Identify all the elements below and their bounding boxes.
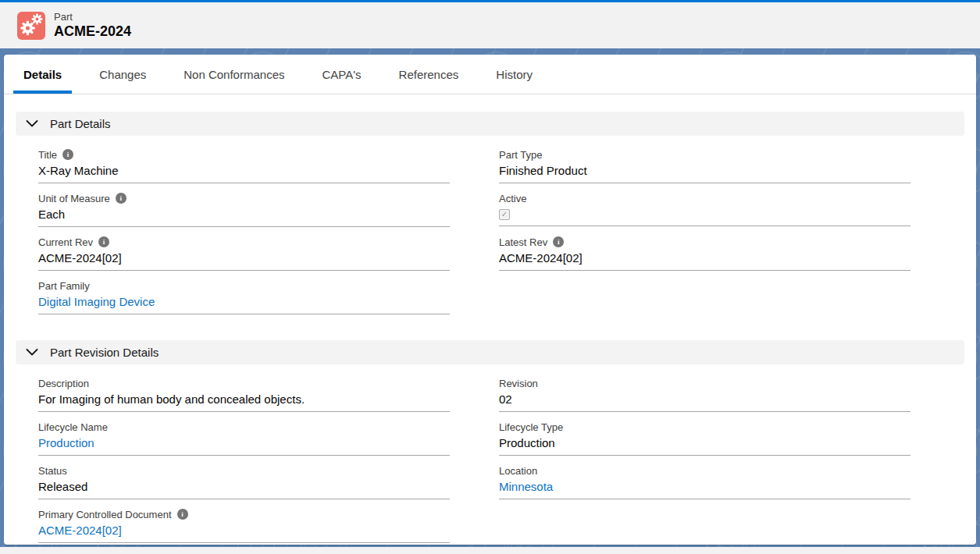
field-unit-of-measure: Unit of Measure i Each xyxy=(38,192,450,227)
field-location: Location Minnesota xyxy=(499,464,911,499)
section-header-part-revision-details[interactable]: Part Revision Details xyxy=(16,340,964,364)
lifecycle-name-link[interactable]: Production xyxy=(38,433,450,456)
info-icon[interactable]: i xyxy=(98,236,109,247)
part-revision-details-fields: Description For Imaging of human body an… xyxy=(4,364,976,545)
chevron-down-icon xyxy=(26,349,38,356)
field-value: Released xyxy=(38,477,450,499)
field-value: For Imaging of human body and concealed … xyxy=(38,389,450,412)
info-icon[interactable]: i xyxy=(177,509,188,520)
section-title: Part Revision Details xyxy=(50,346,159,359)
page-title: ACME-2024 xyxy=(54,23,131,41)
part-details-fields: Title i X-Ray Machine Part Type Finished… xyxy=(4,136,976,323)
field-label: Primary Controlled Document xyxy=(38,509,172,520)
field-label: Lifecycle Type xyxy=(499,421,563,433)
field-label: Location xyxy=(499,465,537,477)
record-header: Part ACME-2024 xyxy=(0,2,980,48)
chevron-down-icon xyxy=(26,120,38,127)
field-primary-controlled-document: Primary Controlled Document i ACME-2024[… xyxy=(38,508,450,543)
content-background: Details Changes Non Conformances CAPA's … xyxy=(0,48,980,547)
gears-icon xyxy=(17,10,45,41)
field-lifecycle-type: Lifecycle Type Production xyxy=(499,421,911,456)
tab-details[interactable]: Details xyxy=(13,55,72,94)
field-label: Current Rev xyxy=(38,236,93,248)
section-title: Part Details xyxy=(50,117,111,130)
field-label: Part Type xyxy=(499,149,542,161)
record-detail-card: Details Changes Non Conformances CAPA's … xyxy=(4,55,976,545)
section-header-part-details[interactable]: Part Details xyxy=(16,112,964,136)
field-part-type: Part Type Finished Product xyxy=(499,148,911,183)
field-label: Lifecycle Name xyxy=(38,421,108,433)
field-latest-rev: Latest Rev i ACME-2024[02] xyxy=(499,236,911,271)
field-active: Active ✓ xyxy=(499,192,911,227)
tab-changes[interactable]: Changes xyxy=(89,55,156,94)
tab-references[interactable]: References xyxy=(389,55,469,94)
part-family-link[interactable]: Digital Imaging Device xyxy=(38,292,450,314)
field-label: Active xyxy=(499,193,526,204)
field-value: Each xyxy=(38,204,450,227)
location-link[interactable]: Minnesota xyxy=(499,477,911,499)
field-description: Description For Imaging of human body an… xyxy=(38,377,450,412)
active-checkbox: ✓ xyxy=(499,209,510,220)
info-icon[interactable]: i xyxy=(553,236,564,247)
tab-bar: Details Changes Non Conformances CAPA's … xyxy=(4,55,976,94)
object-label: Part xyxy=(54,11,131,23)
field-value: Production xyxy=(499,433,911,456)
tab-non-conformances[interactable]: Non Conformances xyxy=(173,55,294,94)
field-label: Description xyxy=(38,378,89,389)
field-status: Status Released xyxy=(38,464,450,499)
field-current-rev: Current Rev i ACME-2024[02] xyxy=(38,236,450,271)
field-value: X-Ray Machine xyxy=(38,161,450,183)
field-label: Latest Rev xyxy=(499,236,547,248)
info-icon[interactable]: i xyxy=(62,149,73,160)
field-label: Revision xyxy=(499,378,538,389)
field-value: 02 xyxy=(499,389,911,412)
field-label: Unit of Measure xyxy=(38,193,110,204)
info-icon[interactable]: i xyxy=(116,193,127,204)
field-label: Status xyxy=(38,465,67,477)
primary-controlled-document-link[interactable]: ACME-2024[02] xyxy=(38,520,450,543)
field-revision: Revision 02 xyxy=(499,377,911,412)
field-value: ACME-2024[02] xyxy=(499,248,911,271)
part-object-icon xyxy=(17,12,45,40)
field-part-family: Part Family Digital Imaging Device xyxy=(38,279,450,314)
tab-history[interactable]: History xyxy=(486,55,543,94)
field-title: Title i X-Ray Machine xyxy=(38,148,450,183)
field-value: Finished Product xyxy=(499,161,911,183)
tab-capas[interactable]: CAPA's xyxy=(312,55,371,94)
field-value: ACME-2024[02] xyxy=(38,248,450,271)
field-label: Title xyxy=(38,149,57,161)
field-lifecycle-name: Lifecycle Name Production xyxy=(38,421,450,456)
field-label: Part Family xyxy=(38,280,90,292)
